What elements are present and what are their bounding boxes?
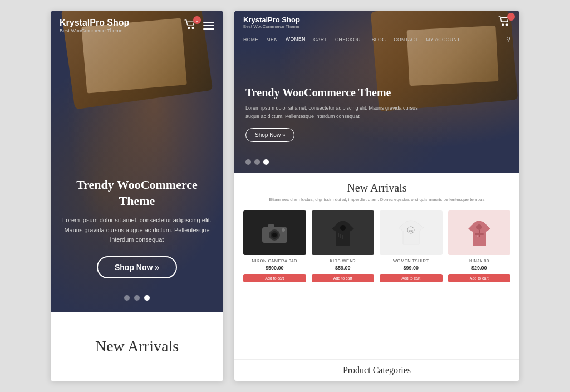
desktop-dot-3[interactable] xyxy=(263,159,269,165)
desktop-hero-section: KrystalPro Shop Best WooCommerce Theme 0… xyxy=(234,11,519,173)
svg-point-9 xyxy=(282,228,285,232)
desktop-slider-dots xyxy=(245,159,269,165)
mobile-cart-icon[interactable]: 0 xyxy=(184,19,196,32)
svg-text:★★: ★★ xyxy=(409,229,414,232)
mobile-hero-description: Lorem ipsum dolor sit amet, consectetur … xyxy=(62,215,212,245)
nav-women[interactable]: WOMEN xyxy=(286,36,306,42)
desktop-dot-2[interactable] xyxy=(254,159,260,165)
desktop-navigation: HOME MEN WOMEN CART CHECKOUT BLOG CONTAC… xyxy=(234,33,519,47)
svg-point-10 xyxy=(340,225,346,231)
mobile-brand-tagline: Best WooCommerce Theme xyxy=(60,28,129,33)
hamburger-line-3 xyxy=(203,28,214,30)
nav-cart[interactable]: CART xyxy=(313,37,327,42)
svg-point-7 xyxy=(272,233,277,237)
nav-checkout[interactable]: CHECKOUT xyxy=(335,37,364,42)
svg-point-13 xyxy=(476,224,482,230)
desktop-hero-content: Trendy WooCommerce Theme Lorem ipsum dol… xyxy=(245,85,430,142)
nav-men[interactable]: MEN xyxy=(267,37,278,42)
nav-my-account[interactable]: MY ACCOUNT xyxy=(426,37,460,42)
camera-image-svg xyxy=(259,222,290,244)
new-arrivals-title: New Arrivals xyxy=(243,182,510,194)
desktop-brand-tagline: Best WooCommerce Theme xyxy=(243,24,300,29)
product-name-hoodie-black: KIDS WEAR xyxy=(330,258,356,263)
mobile-hamburger[interactable] xyxy=(203,22,214,30)
add-to-cart-hoodie-black[interactable]: Add to cart xyxy=(312,274,375,282)
mobile-hero-title: Trendy WooCommerce Theme xyxy=(62,177,212,209)
mobile-hero-section: KrystalPro Shop Best WooCommerce Theme 0 xyxy=(51,11,223,312)
mobile-header: KrystalPro Shop Best WooCommerce Theme 0 xyxy=(51,11,223,40)
desktop-product-categories-section: Product Categories xyxy=(234,359,519,381)
svg-point-3 xyxy=(506,24,508,26)
desktop-panel: KrystalPro Shop Best WooCommerce Theme 0… xyxy=(234,11,519,381)
svg-point-0 xyxy=(188,27,190,29)
mobile-brand: KrystalPro Shop Best WooCommerce Theme xyxy=(60,18,129,33)
mobile-cart-badge: 0 xyxy=(193,16,201,24)
desktop-products-section: New Arrivals Etiam nec diam luctus, dign… xyxy=(234,173,519,359)
product-categories-title: Product Categories xyxy=(243,365,510,375)
mobile-dot-1[interactable] xyxy=(124,295,130,301)
mobile-new-arrivals-title: New Arrivals xyxy=(95,337,179,355)
mobile-dot-2[interactable] xyxy=(134,295,140,301)
product-image-camera xyxy=(243,210,306,255)
product-price-camera: $500.00 xyxy=(266,265,284,271)
tshirt-svg: ★★ xyxy=(399,219,424,247)
mobile-brand-name: KrystalPro Shop xyxy=(60,18,129,28)
desktop-brand-bar: KrystalPro Shop Best WooCommerce Theme 0 xyxy=(234,11,519,33)
desktop-dot-1[interactable] xyxy=(245,159,251,165)
product-card-hoodie-black: KIDS WEAR $59.00 Add to cart xyxy=(312,210,375,282)
hamburger-line-1 xyxy=(203,22,214,23)
hoodie-pink-svg: ✝ xyxy=(468,218,490,248)
add-to-cart-hoodie-pink[interactable]: Add to cart xyxy=(448,274,511,282)
product-card-camera: NIKON CAMERA 04D $500.00 Add to cart xyxy=(243,210,306,282)
mobile-hero-content: Trendy WooCommerce Theme Lorem ipsum dol… xyxy=(51,177,223,278)
desktop-hero-description: Lorem ipsum dolor sit amet, consectetur … xyxy=(245,104,430,120)
product-image-hoodie-black xyxy=(312,210,375,255)
product-price-tshirt: $99.00 xyxy=(403,265,419,271)
new-arrivals-description: Etiam nec diam luctus, dignissim dui at,… xyxy=(243,197,510,203)
mobile-shop-now-button[interactable]: Shop Now » xyxy=(97,256,177,278)
svg-point-1 xyxy=(192,27,194,29)
svg-rect-8 xyxy=(268,224,274,228)
product-name-hoodie-pink: NINJA 80 xyxy=(469,258,489,263)
hoodie-black-svg xyxy=(332,218,354,248)
nav-blog[interactable]: BLOG xyxy=(372,37,386,42)
hamburger-line-2 xyxy=(203,25,214,26)
desktop-cart-badge: 0 xyxy=(507,13,515,21)
products-grid: NIKON CAMERA 04D $500.00 Add to cart KID… xyxy=(243,210,510,282)
desktop-topbar: KrystalPro Shop Best WooCommerce Theme 0… xyxy=(234,11,519,47)
nav-home[interactable]: HOME xyxy=(243,37,259,42)
add-to-cart-camera[interactable]: Add to cart xyxy=(243,274,306,282)
desktop-cart-icon[interactable]: 0 xyxy=(498,16,510,28)
product-card-tshirt: ★★ WOMEN TSHIRT $99.00 Add to cart xyxy=(380,210,443,282)
mobile-dot-3[interactable] xyxy=(144,295,150,301)
desktop-hero-title: Trendy WooCommerce Theme xyxy=(245,85,430,100)
svg-text:✝: ✝ xyxy=(476,234,479,238)
add-to-cart-tshirt[interactable]: Add to cart xyxy=(380,274,443,282)
desktop-brand-name: KrystalPro Shop xyxy=(243,16,300,24)
product-price-hoodie-pink: $29.00 xyxy=(471,265,487,271)
product-price-hoodie-black: $59.00 xyxy=(335,265,351,271)
mobile-panel: KrystalPro Shop Best WooCommerce Theme 0 xyxy=(51,11,223,381)
product-name-tshirt: WOMEN TSHIRT xyxy=(393,258,429,263)
product-image-hoodie-pink: ✝ xyxy=(448,210,511,255)
desktop-brand: KrystalPro Shop Best WooCommerce Theme xyxy=(243,16,300,29)
nav-contact[interactable]: CONTACT xyxy=(394,37,418,42)
product-card-hoodie-pink: ✝ NINJA 80 $29.00 Add to cart xyxy=(448,210,511,282)
mobile-slider-dots xyxy=(51,295,223,301)
nav-search-icon[interactable]: ⚲ xyxy=(506,36,510,43)
desktop-shop-now-button[interactable]: Shop Now » xyxy=(245,128,294,142)
product-image-tshirt: ★★ xyxy=(380,210,443,255)
mobile-header-icons: 0 xyxy=(184,19,214,32)
svg-point-2 xyxy=(502,24,504,26)
mobile-new-arrivals-section: New Arrivals xyxy=(51,312,223,381)
product-name-camera: NIKON CAMERA 04D xyxy=(252,258,297,263)
